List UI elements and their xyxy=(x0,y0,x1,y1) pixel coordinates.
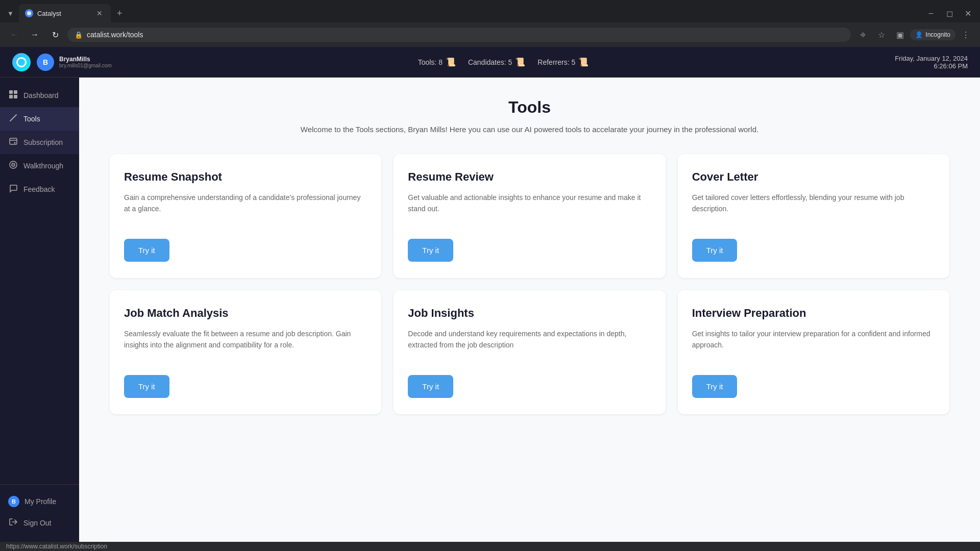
address-text: catalist.work/tools xyxy=(87,31,844,39)
referrers-stat: Referrers: 5 📜 xyxy=(537,57,589,67)
feedback-icon xyxy=(8,184,18,195)
sign-out-label: Sign Out xyxy=(23,519,51,527)
candidates-stat-label: Candidates: 5 xyxy=(468,58,512,66)
main-content: Tools Welcome to the Tools sections, Bry… xyxy=(79,78,980,542)
menu-button[interactable]: ⋮ xyxy=(958,27,974,43)
sidebar-walkthrough-label: Walkthrough xyxy=(23,162,63,170)
tool-desc-job-insights: Decode and understand key requirements a… xyxy=(408,328,651,359)
svg-point-9 xyxy=(13,164,14,165)
svg-rect-1 xyxy=(9,90,13,94)
header-date: Friday, January 12, 2024 xyxy=(895,55,968,62)
referrers-stat-icon: 📜 xyxy=(578,57,589,67)
tab-favicon xyxy=(25,9,33,17)
tool-desc-interview-preparation: Get insights to tailor your interview pr… xyxy=(692,328,935,359)
nav-actions: ⎆ ☆ ▣ 👤 Incognito ⋮ xyxy=(855,27,974,43)
tab-bar: ▼ Catalyst ✕ + – ◻ ✕ xyxy=(0,0,980,22)
sidebar-item-dashboard[interactable]: Dashboard xyxy=(0,84,79,107)
tool-title-job-match-analysis: Job Match Analysis xyxy=(124,307,367,320)
tool-title-interview-preparation: Interview Preparation xyxy=(692,307,935,320)
my-profile-label: My Profile xyxy=(24,497,56,506)
app-main: Dashboard Tools Subscription xyxy=(0,78,980,542)
content-area: Tools Welcome to the Tools sections, Bry… xyxy=(79,78,980,435)
tool-card-cover-letter: Cover Letter Get tailored cover letters … xyxy=(678,154,949,278)
header-stats: Tools: 8 📜 Candidates: 5 📜 Referrers: 5 … xyxy=(418,57,589,67)
app-body: B BryanMills bry.mills01@gmail.com Tools… xyxy=(0,47,980,542)
tool-title-resume-review: Resume Review xyxy=(408,170,651,184)
restore-button[interactable]: ◻ xyxy=(941,5,958,21)
dashboard-icon xyxy=(8,90,18,101)
candidates-stat: Candidates: 5 📜 xyxy=(468,57,525,67)
active-tab: Catalyst ✕ xyxy=(19,4,111,22)
extension-button[interactable]: ▣ xyxy=(892,27,908,43)
header-avatar: B xyxy=(37,54,54,71)
header-email: bry.mills01@gmail.com xyxy=(59,63,112,68)
user-section: B BryanMills bry.mills01@gmail.com xyxy=(37,54,112,71)
cast-button[interactable]: ⎆ xyxy=(855,27,871,43)
try-button-job-insights[interactable]: Try it xyxy=(408,375,453,398)
forward-button[interactable]: → xyxy=(27,27,43,43)
try-button-cover-letter[interactable]: Try it xyxy=(692,239,738,262)
incognito-label: Incognito xyxy=(925,31,950,38)
minimize-button[interactable]: – xyxy=(923,5,939,21)
header-datetime: Friday, January 12, 2024 6:26:06 PM xyxy=(895,55,968,70)
sidebar-nav: Dashboard Tools Subscription xyxy=(0,78,79,484)
tab-group-button[interactable]: ▼ xyxy=(4,8,17,19)
sidebar-dashboard-label: Dashboard xyxy=(23,91,59,99)
subscription-icon xyxy=(8,137,18,148)
tool-card-resume-review: Resume Review Get valuable and actionabl… xyxy=(394,154,665,278)
tool-desc-cover-letter: Get tailored cover letters effortlessly,… xyxy=(692,192,935,222)
sidebar-item-tools[interactable]: Tools xyxy=(0,107,79,131)
sidebar-item-walkthrough[interactable]: Walkthrough xyxy=(0,154,79,178)
svg-point-0 xyxy=(27,11,31,15)
svg-rect-2 xyxy=(14,90,17,94)
tool-card-job-insights: Job Insights Decode and understand key r… xyxy=(394,290,665,414)
try-button-resume-snapshot[interactable]: Try it xyxy=(124,239,169,262)
try-button-job-match-analysis[interactable]: Try it xyxy=(124,375,169,398)
svg-rect-3 xyxy=(9,95,13,98)
profile-avatar: B xyxy=(8,496,19,507)
referrers-stat-label: Referrers: 5 xyxy=(537,58,575,66)
sidebar-feedback-label: Feedback xyxy=(23,185,55,193)
sidebar-tools-label: Tools xyxy=(23,115,40,123)
try-button-interview-preparation[interactable]: Try it xyxy=(692,375,738,398)
reload-button[interactable]: ↻ xyxy=(47,27,63,43)
new-tab-button[interactable]: + xyxy=(113,5,127,22)
sidebar-item-subscription[interactable]: Subscription xyxy=(0,131,79,154)
try-button-resume-review[interactable]: Try it xyxy=(408,239,453,262)
tool-title-cover-letter: Cover Letter xyxy=(692,170,935,184)
tools-stat-icon: 📜 xyxy=(446,57,456,67)
svg-rect-4 xyxy=(14,95,17,98)
header-username: BryanMills xyxy=(59,56,112,63)
svg-point-6 xyxy=(14,142,16,144)
tools-stat-label: Tools: 8 xyxy=(418,58,443,66)
tool-desc-resume-review: Get valuable and actionable insights to … xyxy=(408,192,651,222)
tool-title-resume-snapshot: Resume Snapshot xyxy=(124,170,367,184)
sidebar-item-feedback[interactable]: Feedback xyxy=(0,178,79,201)
svg-rect-5 xyxy=(10,138,17,144)
app-header: B BryanMills bry.mills01@gmail.com Tools… xyxy=(0,47,980,78)
page-subtitle: Welcome to the Tools sections, Bryan Mil… xyxy=(110,125,949,134)
close-button[interactable]: ✕ xyxy=(960,5,976,21)
sidebar-subscription-label: Subscription xyxy=(23,138,63,146)
status-bar: https://www.catalist.work/subscription xyxy=(0,542,980,551)
tool-desc-job-match-analysis: Seamlessly evaluate the fit between a re… xyxy=(124,328,367,359)
tool-card-interview-preparation: Interview Preparation Get insights to ta… xyxy=(678,290,949,414)
tab-close-button[interactable]: ✕ xyxy=(94,8,105,18)
sidebar-bottom: B My Profile Sign Out xyxy=(0,484,79,542)
back-button[interactable]: ← xyxy=(6,27,22,43)
browser-chrome: ▼ Catalyst ✕ + – ◻ ✕ ← → ↻ 🔒 catalist.wo… xyxy=(0,0,980,47)
incognito-badge: 👤 Incognito xyxy=(910,29,955,40)
address-bar[interactable]: 🔒 catalist.work/tools xyxy=(67,28,851,42)
tools-icon xyxy=(8,113,18,124)
tool-title-job-insights: Job Insights xyxy=(408,307,651,320)
tab-title: Catalyst xyxy=(37,10,90,17)
tool-card-resume-snapshot: Resume Snapshot Gain a comprehensive und… xyxy=(110,154,381,278)
sidebar-item-my-profile[interactable]: B My Profile xyxy=(0,491,79,512)
candidates-stat-icon: 📜 xyxy=(515,57,525,67)
walkthrough-icon xyxy=(8,160,18,171)
sidebar-item-sign-out[interactable]: Sign Out xyxy=(0,512,79,534)
status-url: https://www.catalist.work/subscription xyxy=(6,543,107,550)
tool-card-job-match-analysis: Job Match Analysis Seamlessly evaluate t… xyxy=(110,290,381,414)
bookmark-button[interactable]: ☆ xyxy=(873,27,890,43)
incognito-icon: 👤 xyxy=(915,31,923,38)
